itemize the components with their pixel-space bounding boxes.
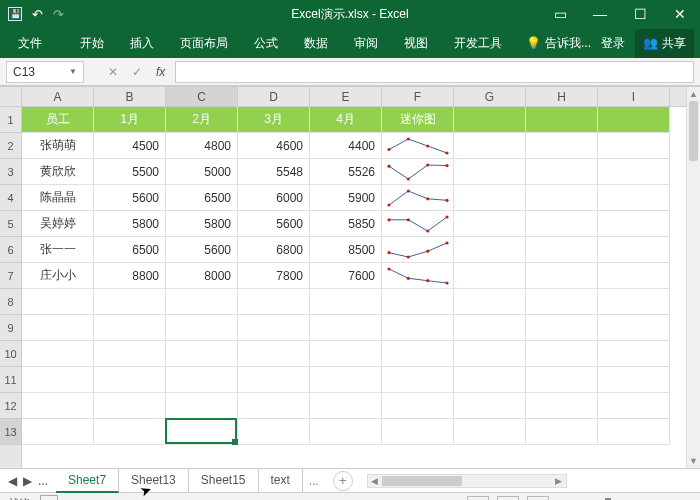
cell[interactable] xyxy=(382,367,454,393)
cell[interactable] xyxy=(598,419,670,445)
cell[interactable] xyxy=(238,341,310,367)
redo-icon[interactable]: ↷ xyxy=(53,7,64,22)
cell[interactable] xyxy=(454,289,526,315)
macro-record-icon[interactable]: ▣ xyxy=(40,495,58,500)
col-header-G[interactable]: G xyxy=(454,87,526,106)
cell[interactable] xyxy=(526,367,598,393)
scroll-left-icon[interactable]: ◀ xyxy=(368,475,382,487)
sparkline-cell[interactable] xyxy=(382,263,454,289)
cell[interactable] xyxy=(166,341,238,367)
cell[interactable] xyxy=(526,393,598,419)
col-header-C[interactable]: C xyxy=(166,87,238,106)
sparkline-cell[interactable] xyxy=(382,185,454,211)
cell[interactable] xyxy=(94,315,166,341)
sparkline-cell[interactable] xyxy=(382,237,454,263)
row-header-7[interactable]: 7 xyxy=(0,263,21,289)
cell[interactable] xyxy=(454,237,526,263)
cell[interactable] xyxy=(454,107,526,133)
cell[interactable] xyxy=(454,315,526,341)
cell[interactable]: 陈晶晶 xyxy=(22,185,94,211)
row-header-4[interactable]: 4 xyxy=(0,185,21,211)
scroll-right-icon[interactable]: ▶ xyxy=(552,475,566,487)
view-normal-icon[interactable]: ▦ xyxy=(467,496,489,501)
cell[interactable] xyxy=(526,211,598,237)
cell[interactable]: 8500 xyxy=(310,237,382,263)
cell[interactable]: 5600 xyxy=(166,237,238,263)
ribbon-options-icon[interactable]: ▭ xyxy=(540,0,580,28)
scroll-up-icon[interactable]: ▲ xyxy=(687,87,700,101)
cell[interactable] xyxy=(598,289,670,315)
cell[interactable]: 庄小小 xyxy=(22,263,94,289)
cell[interactable]: 4800 xyxy=(166,133,238,159)
cell[interactable]: 4400 xyxy=(310,133,382,159)
cell[interactable]: 3月 xyxy=(238,107,310,133)
cell[interactable] xyxy=(22,393,94,419)
cell[interactable] xyxy=(94,341,166,367)
cell[interactable] xyxy=(22,341,94,367)
cell[interactable]: 5600 xyxy=(238,211,310,237)
cell[interactable]: 6000 xyxy=(238,185,310,211)
cell[interactable] xyxy=(94,367,166,393)
cell[interactable]: 员工 xyxy=(22,107,94,133)
cell[interactable] xyxy=(454,419,526,445)
sheet-tab-Sheet15[interactable]: Sheet15 xyxy=(189,469,259,493)
cell[interactable] xyxy=(526,159,598,185)
cell[interactable]: 1月 xyxy=(94,107,166,133)
cell[interactable] xyxy=(310,289,382,315)
cell[interactable] xyxy=(454,263,526,289)
col-header-I[interactable]: I xyxy=(598,87,670,106)
hscroll-thumb[interactable] xyxy=(382,476,462,486)
maximize-icon[interactable]: ☐ xyxy=(620,0,660,28)
view-pagebreak-icon[interactable]: ▥ xyxy=(527,496,549,501)
cell[interactable] xyxy=(598,211,670,237)
cell[interactable] xyxy=(22,315,94,341)
minimize-icon[interactable]: — xyxy=(580,0,620,28)
col-header-A[interactable]: A xyxy=(22,87,94,106)
row-header-6[interactable]: 6 xyxy=(0,237,21,263)
cell[interactable] xyxy=(310,341,382,367)
cell[interactable] xyxy=(454,341,526,367)
cell[interactable]: 8000 xyxy=(166,263,238,289)
sheet-nav-next-icon[interactable]: ▶ xyxy=(23,474,32,488)
cell[interactable]: 张萌萌 xyxy=(22,133,94,159)
cell[interactable] xyxy=(382,393,454,419)
cell[interactable] xyxy=(454,133,526,159)
select-all-corner[interactable] xyxy=(0,87,22,107)
tab-home[interactable]: 开始 xyxy=(74,29,110,58)
tab-formulas[interactable]: 公式 xyxy=(248,29,284,58)
cell[interactable] xyxy=(238,393,310,419)
undo-icon[interactable]: ↶ xyxy=(32,7,43,22)
cell[interactable]: 6800 xyxy=(238,237,310,263)
cell[interactable]: 4500 xyxy=(94,133,166,159)
vscroll-thumb[interactable] xyxy=(689,101,698,161)
cell[interactable] xyxy=(166,289,238,315)
cell[interactable] xyxy=(382,341,454,367)
col-header-B[interactable]: B xyxy=(94,87,166,106)
cell[interactable] xyxy=(526,263,598,289)
row-header-1[interactable]: 1 xyxy=(0,107,21,133)
cell[interactable] xyxy=(94,289,166,315)
sheet-tab-text[interactable]: text xyxy=(259,469,303,493)
cell[interactable]: 5500 xyxy=(94,159,166,185)
row-header-11[interactable]: 11 xyxy=(0,367,21,393)
sparkline-cell[interactable] xyxy=(382,211,454,237)
row-header-8[interactable]: 8 xyxy=(0,289,21,315)
row-header-13[interactable]: 13 xyxy=(0,419,21,445)
cell[interactable] xyxy=(454,159,526,185)
cell[interactable] xyxy=(454,185,526,211)
row-header-3[interactable]: 3 xyxy=(0,159,21,185)
cell[interactable]: 4600 xyxy=(238,133,310,159)
cell[interactable] xyxy=(598,341,670,367)
formula-input[interactable] xyxy=(175,61,694,83)
cell[interactable] xyxy=(598,159,670,185)
cell[interactable] xyxy=(310,315,382,341)
cell[interactable]: 7600 xyxy=(310,263,382,289)
cell[interactable]: 4月 xyxy=(310,107,382,133)
cell[interactable] xyxy=(598,393,670,419)
cell[interactable] xyxy=(166,367,238,393)
row-header-10[interactable]: 10 xyxy=(0,341,21,367)
cell[interactable] xyxy=(382,289,454,315)
fx-icon[interactable]: fx xyxy=(156,65,165,79)
cell[interactable] xyxy=(454,367,526,393)
horizontal-scrollbar[interactable]: ◀ ▶ xyxy=(367,474,567,488)
